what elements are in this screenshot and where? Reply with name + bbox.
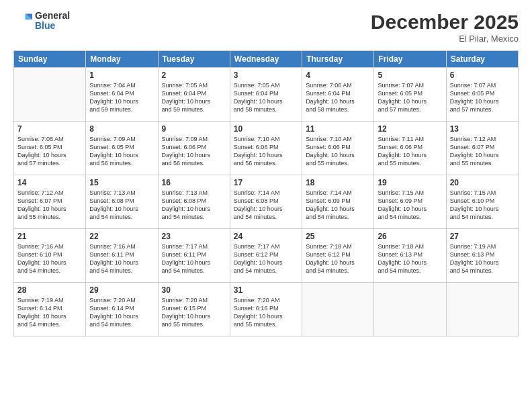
calendar-cell: 6Sunrise: 7:07 AMSunset: 6:05 PMDaylight… <box>446 68 518 122</box>
logo-blue-text: Blue <box>35 21 70 31</box>
logo: General Blue <box>13 11 70 32</box>
day-number: 23 <box>162 232 226 241</box>
day-info: Sunrise: 7:20 AMSunset: 6:16 PMDaylight:… <box>234 296 298 329</box>
location: El Pilar, Mexico <box>371 34 519 44</box>
day-info: Sunrise: 7:07 AMSunset: 6:05 PMDaylight:… <box>378 81 442 114</box>
day-info: Sunrise: 7:09 AMSunset: 6:06 PMDaylight:… <box>162 135 226 168</box>
day-info: Sunrise: 7:13 AMSunset: 6:08 PMDaylight:… <box>89 189 154 222</box>
calendar-cell: 8Sunrise: 7:09 AMSunset: 6:05 PMDaylight… <box>86 122 158 175</box>
day-number: 16 <box>162 178 226 187</box>
day-info: Sunrise: 7:19 AMSunset: 6:14 PMDaylight:… <box>17 296 82 329</box>
day-info: Sunrise: 7:13 AMSunset: 6:08 PMDaylight:… <box>162 189 226 222</box>
day-number: 22 <box>89 232 154 241</box>
day-info: Sunrise: 7:07 AMSunset: 6:05 PMDaylight:… <box>450 81 515 114</box>
calendar-week-row: 7Sunrise: 7:08 AMSunset: 6:05 PMDaylight… <box>14 122 519 175</box>
calendar-cell: 24Sunrise: 7:17 AMSunset: 6:12 PMDayligh… <box>230 229 302 283</box>
logo-text: General Blue <box>35 11 70 32</box>
calendar-week-row: 14Sunrise: 7:12 AMSunset: 6:07 PMDayligh… <box>14 175 519 229</box>
calendar-week-row: 1Sunrise: 7:04 AMSunset: 6:04 PMDaylight… <box>14 68 519 122</box>
day-info: Sunrise: 7:08 AMSunset: 6:05 PMDaylight:… <box>17 135 82 168</box>
day-number: 30 <box>162 285 226 295</box>
calendar-cell: 23Sunrise: 7:17 AMSunset: 6:11 PMDayligh… <box>158 229 230 283</box>
calendar-cell: 4Sunrise: 7:06 AMSunset: 6:04 PMDaylight… <box>302 68 374 122</box>
calendar-cell <box>374 283 446 336</box>
day-info: Sunrise: 7:12 AMSunset: 6:07 PMDaylight:… <box>450 135 515 168</box>
calendar-cell <box>302 283 374 336</box>
calendar-cell: 18Sunrise: 7:14 AMSunset: 6:09 PMDayligh… <box>302 175 374 229</box>
weekday-header-saturday: Saturday <box>446 51 518 68</box>
day-number: 10 <box>234 124 298 134</box>
day-number: 2 <box>162 71 226 80</box>
calendar: SundayMondayTuesdayWednesdayThursdayFrid… <box>13 50 519 336</box>
day-number: 29 <box>89 285 154 295</box>
day-number: 3 <box>234 71 298 80</box>
day-number: 18 <box>306 178 370 187</box>
day-number: 4 <box>306 71 370 80</box>
day-info: Sunrise: 7:10 AMSunset: 6:06 PMDaylight:… <box>306 135 370 168</box>
day-number: 6 <box>450 71 515 80</box>
calendar-cell: 17Sunrise: 7:14 AMSunset: 6:08 PMDayligh… <box>230 175 302 229</box>
calendar-cell: 2Sunrise: 7:05 AMSunset: 6:04 PMDaylight… <box>158 68 230 122</box>
day-number: 26 <box>378 232 442 241</box>
weekday-header-tuesday: Tuesday <box>158 51 230 68</box>
day-info: Sunrise: 7:05 AMSunset: 6:04 PMDaylight:… <box>162 81 226 114</box>
day-number: 7 <box>17 124 82 134</box>
weekday-header-sunday: Sunday <box>14 51 86 68</box>
day-info: Sunrise: 7:11 AMSunset: 6:06 PMDaylight:… <box>378 135 442 168</box>
day-info: Sunrise: 7:16 AMSunset: 6:11 PMDaylight:… <box>89 242 154 275</box>
day-number: 31 <box>234 285 298 295</box>
day-info: Sunrise: 7:05 AMSunset: 6:04 PMDaylight:… <box>234 81 298 114</box>
calendar-cell: 25Sunrise: 7:18 AMSunset: 6:12 PMDayligh… <box>302 229 374 283</box>
calendar-cell: 16Sunrise: 7:13 AMSunset: 6:08 PMDayligh… <box>158 175 230 229</box>
day-info: Sunrise: 7:15 AMSunset: 6:09 PMDaylight:… <box>378 189 442 222</box>
calendar-cell: 27Sunrise: 7:19 AMSunset: 6:13 PMDayligh… <box>446 229 518 283</box>
day-number: 21 <box>17 232 82 241</box>
weekday-header-monday: Monday <box>86 51 158 68</box>
calendar-cell: 7Sunrise: 7:08 AMSunset: 6:05 PMDaylight… <box>14 122 86 175</box>
calendar-cell: 5Sunrise: 7:07 AMSunset: 6:05 PMDaylight… <box>374 68 446 122</box>
calendar-cell: 26Sunrise: 7:18 AMSunset: 6:13 PMDayligh… <box>374 229 446 283</box>
day-number: 24 <box>234 232 298 241</box>
day-info: Sunrise: 7:15 AMSunset: 6:10 PMDaylight:… <box>450 189 515 222</box>
day-number: 9 <box>162 124 226 134</box>
day-info: Sunrise: 7:04 AMSunset: 6:04 PMDaylight:… <box>89 81 154 114</box>
calendar-cell: 15Sunrise: 7:13 AMSunset: 6:08 PMDayligh… <box>86 175 158 229</box>
weekday-header-thursday: Thursday <box>302 51 374 68</box>
weekday-header-friday: Friday <box>374 51 446 68</box>
day-info: Sunrise: 7:14 AMSunset: 6:09 PMDaylight:… <box>306 189 370 222</box>
page: General Blue December 2025 El Pilar, Mex… <box>0 0 532 411</box>
calendar-cell: 11Sunrise: 7:10 AMSunset: 6:06 PMDayligh… <box>302 122 374 175</box>
calendar-cell: 14Sunrise: 7:12 AMSunset: 6:07 PMDayligh… <box>14 175 86 229</box>
day-info: Sunrise: 7:19 AMSunset: 6:13 PMDaylight:… <box>450 242 515 275</box>
day-info: Sunrise: 7:18 AMSunset: 6:12 PMDaylight:… <box>306 242 370 275</box>
weekday-header-wednesday: Wednesday <box>230 51 302 68</box>
calendar-cell: 20Sunrise: 7:15 AMSunset: 6:10 PMDayligh… <box>446 175 518 229</box>
calendar-cell <box>14 68 86 122</box>
day-number: 13 <box>450 124 515 134</box>
day-number: 8 <box>89 124 154 134</box>
day-info: Sunrise: 7:09 AMSunset: 6:05 PMDaylight:… <box>89 135 154 168</box>
day-info: Sunrise: 7:12 AMSunset: 6:07 PMDaylight:… <box>17 189 82 222</box>
calendar-cell: 1Sunrise: 7:04 AMSunset: 6:04 PMDaylight… <box>86 68 158 122</box>
day-info: Sunrise: 7:10 AMSunset: 6:06 PMDaylight:… <box>234 135 298 168</box>
day-number: 17 <box>234 178 298 187</box>
header: General Blue December 2025 El Pilar, Mex… <box>13 11 519 44</box>
day-info: Sunrise: 7:16 AMSunset: 6:10 PMDaylight:… <box>17 242 82 275</box>
day-number: 27 <box>450 232 515 241</box>
calendar-cell: 29Sunrise: 7:20 AMSunset: 6:14 PMDayligh… <box>86 283 158 336</box>
day-number: 20 <box>450 178 515 187</box>
calendar-cell: 12Sunrise: 7:11 AMSunset: 6:06 PMDayligh… <box>374 122 446 175</box>
day-info: Sunrise: 7:17 AMSunset: 6:12 PMDaylight:… <box>234 242 298 275</box>
day-number: 28 <box>17 285 82 295</box>
day-number: 19 <box>378 178 442 187</box>
calendar-cell: 13Sunrise: 7:12 AMSunset: 6:07 PMDayligh… <box>446 122 518 175</box>
title-block: December 2025 El Pilar, Mexico <box>371 11 519 44</box>
calendar-week-row: 21Sunrise: 7:16 AMSunset: 6:10 PMDayligh… <box>14 229 519 283</box>
day-info: Sunrise: 7:18 AMSunset: 6:13 PMDaylight:… <box>378 242 442 275</box>
calendar-cell: 30Sunrise: 7:20 AMSunset: 6:15 PMDayligh… <box>158 283 230 336</box>
day-info: Sunrise: 7:14 AMSunset: 6:08 PMDaylight:… <box>234 189 298 222</box>
day-info: Sunrise: 7:17 AMSunset: 6:11 PMDaylight:… <box>162 242 226 275</box>
day-number: 12 <box>378 124 442 134</box>
calendar-cell: 10Sunrise: 7:10 AMSunset: 6:06 PMDayligh… <box>230 122 302 175</box>
logo-general: General <box>35 11 70 21</box>
